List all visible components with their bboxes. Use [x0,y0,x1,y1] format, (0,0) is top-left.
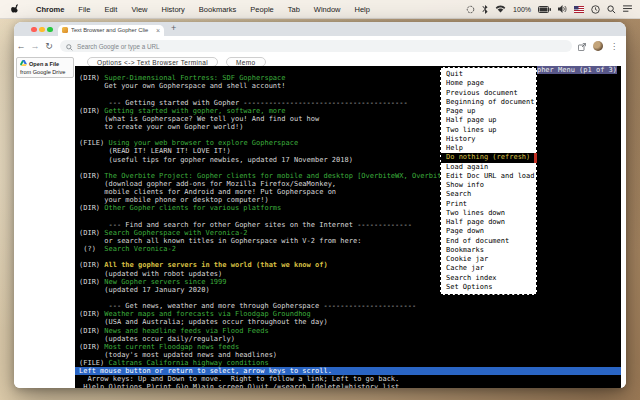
macos-menubar: ChromeFileEditViewHistoryBookmarksPeople… [0,0,640,19]
tab-strip: Text Browser and Gopher Clie × + [14,22,626,36]
terminal-text: (DIR) [79,107,104,115]
terminal-text: (updated with robot updates) [79,270,222,278]
gopher-link[interactable]: Search Gopherspace with Veronica-2 [104,229,247,237]
terminal-screen[interactable]: pher Menu (p1 of 3) (DIR) Super-Dimensio… [75,66,621,388]
terminal-text: (DIR) [79,261,104,269]
menubar-item-people[interactable]: People [243,5,280,14]
forward-button[interactable]: → [28,41,42,51]
terminal-line [79,294,617,302]
menu-item-two-lines-up[interactable]: Two lines up [441,126,536,135]
terminal-text: (what is Gopherspace? We tell you! And f… [79,115,319,123]
menu-item-home-page[interactable]: Home page [441,79,536,88]
gopher-link[interactable]: Weather maps and forecasts via Floodgap … [104,310,311,318]
tab-close-icon[interactable]: × [156,27,160,34]
gopher-link[interactable]: The Overbite Project: Gopher clients for… [104,172,458,180]
terminal-text: (download gopher add-ons for Mozilla Fir… [79,180,336,188]
send-to-device-icon[interactable] [578,37,586,55]
google-drive-icon [20,60,27,68]
sync-icon[interactable] [466,5,475,14]
terminal-text: (DIR) [79,278,104,286]
gopher-link[interactable]: Super-Dimensional Fortress: SDF Gophersp… [104,74,285,82]
gopher-link[interactable]: Most current Floodgap news feeds [104,343,239,351]
terminal-line: (DIR) News and headline feeds via Flood … [79,327,617,335]
menu-item-page-down[interactable]: Page down [441,227,536,236]
gopher-link[interactable]: Using your web browser to explore Gopher… [109,139,299,147]
terminal-help-line2: H)elp O)ptions P)rint G)o M)ain screen Q… [79,383,617,388]
menu-item-half-page-down[interactable]: Half page down [441,218,536,227]
apple-icon[interactable] [11,4,20,14]
menubar-item-window[interactable]: Window [307,5,348,14]
menu-item-bookmarks[interactable]: Bookmarks [441,246,536,255]
menubar-item-bookmarks[interactable]: Bookmarks [192,5,244,14]
terminal-line: (updates occur daily/regularly) [79,335,617,343]
bluetooth-icon[interactable] [482,4,488,14]
menu-item-show-info[interactable]: Show info [441,181,536,190]
menu-item-help[interactable]: Help [441,144,536,153]
volume-icon[interactable] [558,5,567,13]
open-file-button[interactable]: Open a File from Google Drive [16,57,74,78]
terminal-help-line1: Arrow keys: Up and Down to move. Right t… [79,375,617,383]
spotlight-search-icon[interactable] [607,5,616,14]
menu-item-edit-doc-url-and-load[interactable]: Edit Doc URL and load [441,172,536,181]
gopher-link[interactable]: Search Veronica-2 [104,245,176,253]
menubar-item-help[interactable]: Help [348,5,377,14]
gopher-link[interactable]: New Gopher servers since 1999 [104,278,226,286]
terminal-text: (DIR) [79,343,104,351]
terminal-text: (DIR) [79,172,104,180]
browser-tab[interactable]: Text Browser and Gopher Clie × [58,25,164,37]
notification-center-icon[interactable] [623,5,632,13]
terminal-line: (DIR) Weather maps and forecasts via Flo… [79,310,617,318]
menu-item-cookie-jar[interactable]: Cookie jar [441,255,536,264]
reload-button[interactable]: ↻ [42,41,56,51]
terminal-line: (today's most updated news and headlines… [79,351,617,359]
menu-item-do-nothing-refresh-[interactable]: Do nothing (refresh) [441,153,536,162]
menu-item-load-again[interactable]: Load again [441,163,536,172]
address-bar[interactable]: Search Google or type a URL [60,40,572,52]
battery-icon[interactable] [538,6,551,13]
terminal-status-bar: Left mouse button or return to select, a… [75,367,621,375]
terminal-text: (USA and Australia; updates occur throug… [79,318,328,326]
menu-item-end-of-document[interactable]: End of document [441,237,536,246]
terminal-text: (DIR) [79,310,104,318]
menu-item-half-page-up[interactable]: Half page up [441,116,536,125]
menu-item-two-lines-down[interactable]: Two lines down [441,209,536,218]
gopher-link[interactable]: Other Gopher clients for various platfor… [104,204,281,212]
window-minimize-button[interactable] [39,27,45,33]
tab-favicon-icon [62,27,68,33]
menubar-item-file[interactable]: File [71,5,97,14]
terminal-text: --- Find and search for other Gopher sit… [79,221,412,229]
window-close-button[interactable] [31,27,37,33]
clock-icon[interactable] [591,5,600,14]
wifi-icon[interactable] [495,5,506,13]
menu-item-previous-document[interactable]: Previous document [441,89,536,98]
gopher-link[interactable]: Caltrans California highway conditions [109,359,269,367]
back-button[interactable]: ← [14,41,28,51]
input-source-flag-icon[interactable] [574,6,584,13]
menu-item-cache-jar[interactable]: Cache jar [441,264,536,273]
menu-item-set-options[interactable]: Set Options [441,283,536,292]
menu-item-history[interactable]: History [441,135,536,144]
terminal-line: (DIR) Most current Floodgap news feeds [79,343,617,351]
terminal-text: (DIR) [79,327,104,335]
menu-item-print[interactable]: Print [441,200,536,209]
menubar-item-view[interactable]: View [124,5,154,14]
profile-avatar[interactable] [593,41,603,51]
menubar-item-chrome[interactable]: Chrome [29,5,71,14]
new-tab-button[interactable]: + [171,23,176,33]
browser-menu-button[interactable]: ⋮ [610,42,618,51]
menubar-item-tab[interactable]: Tab [281,5,307,14]
menu-item-beginning-of-document[interactable]: Beginning of document [441,98,536,107]
menubar-items: ChromeFileEditViewHistoryBookmarksPeople… [29,5,377,14]
terminal-text: --- Getting started with Gopher --------… [79,99,408,107]
window-zoom-button[interactable] [47,27,53,33]
menubar-item-edit[interactable]: Edit [97,5,124,14]
terminal-text: mobile clients for Android and more! Put… [79,188,336,196]
menu-item-page-up[interactable]: Page up [441,107,536,116]
menu-item-search[interactable]: Search [441,190,536,199]
gopher-link[interactable]: All the gopher servers in the world (tha… [104,261,327,269]
menu-item-search-index[interactable]: Search index [441,274,536,283]
gopher-link[interactable]: Getting started with gopher, software, m… [104,107,285,115]
menubar-item-history[interactable]: History [155,5,192,14]
gopher-link[interactable]: News and headline feeds via Flood Feeds [104,327,268,335]
menu-item-quit[interactable]: Quit [441,70,536,79]
